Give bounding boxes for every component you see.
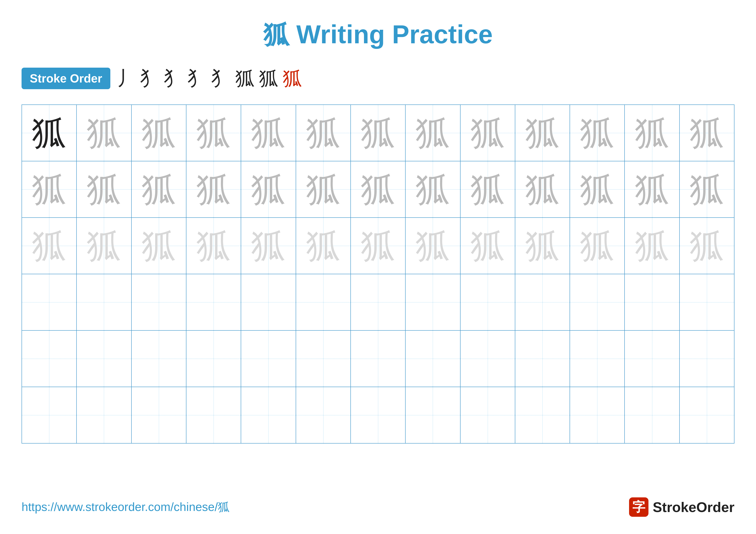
grid-cell-r2-c3: 狐	[132, 161, 186, 217]
grid-cell-r4-c13	[680, 274, 734, 330]
grid-cell-r5-c12	[625, 331, 680, 387]
grid-cell-r6-c9	[461, 387, 515, 443]
grid-cell-r5-c4	[186, 331, 241, 387]
stroke-sequence: 丿 犭 犭 犭 犭 狐 狐 狐	[117, 65, 302, 91]
char-r1-c7: 狐	[361, 116, 395, 150]
stroke-step-2: 犭	[141, 65, 160, 91]
grid-cell-r1-c9: 狐	[461, 105, 515, 161]
grid-cell-r3-c9: 狐	[461, 218, 515, 274]
char-r2-c3: 狐	[142, 172, 176, 207]
stroke-step-4: 犭	[188, 65, 207, 91]
char-r2-c7: 狐	[361, 172, 395, 207]
char-r3-c9: 狐	[471, 229, 505, 263]
grid-cell-r2-c1: 狐	[22, 161, 77, 217]
char-r2-c9: 狐	[471, 172, 505, 207]
grid-cell-r2-c2: 狐	[77, 161, 131, 217]
char-r3-c2: 狐	[87, 229, 121, 263]
page: 狐 Writing Practice Stroke Order 丿 犭 犭 犭 …	[0, 0, 756, 534]
grid-cell-r6-c12	[625, 387, 680, 443]
grid-cell-r2-c12: 狐	[625, 161, 680, 217]
grid-cell-r6-c8	[406, 387, 460, 443]
char-r2-c10: 狐	[525, 172, 560, 207]
char-r2-c6: 狐	[306, 172, 340, 207]
char-r3-c8: 狐	[416, 229, 450, 263]
grid-cell-r1-c13: 狐	[680, 105, 734, 161]
grid-cell-r1-c12: 狐	[625, 105, 680, 161]
grid-cell-r4-c2	[77, 274, 131, 330]
grid-cell-r3-c12: 狐	[625, 218, 680, 274]
stroke-order-badge: Stroke Order	[21, 68, 110, 89]
grid-cell-r3-c6: 狐	[296, 218, 351, 274]
grid-cell-r1-c6: 狐	[296, 105, 351, 161]
grid-cell-r6-c6	[296, 387, 351, 443]
grid-cell-r1-c1: 狐	[22, 105, 77, 161]
char-r3-c3: 狐	[142, 229, 176, 263]
grid-cell-r1-c5: 狐	[241, 105, 296, 161]
logo-icon: 字	[629, 497, 648, 517]
grid-cell-r5-c8	[406, 331, 460, 387]
grid-row-3: 狐 狐 狐 狐 狐 狐 狐 狐 狐	[22, 218, 734, 274]
char-r1-c10: 狐	[525, 116, 560, 150]
grid-cell-r6-c10	[515, 387, 570, 443]
grid-cell-r3-c2: 狐	[77, 218, 131, 274]
grid-cell-r3-c10: 狐	[515, 218, 570, 274]
grid-cell-r6-c2	[77, 387, 131, 443]
grid-row-4	[22, 274, 734, 331]
stroke-step-1: 丿	[117, 65, 136, 91]
grid-cell-r6-c4	[186, 387, 241, 443]
char-r1-c5: 狐	[251, 116, 285, 150]
grid-cell-r2-c7: 狐	[351, 161, 406, 217]
footer: https://www.strokeorder.com/chinese/狐 字 …	[21, 497, 735, 517]
char-r2-c1: 狐	[32, 172, 67, 207]
stroke-step-6: 狐	[235, 65, 255, 91]
stroke-step-5: 犭	[212, 65, 231, 91]
grid-cell-r4-c3	[132, 274, 186, 330]
char-r3-c1: 狐	[32, 229, 67, 263]
footer-logo: 字 StrokeOrder	[629, 497, 735, 517]
grid-cell-r5-c1	[22, 331, 77, 387]
grid-cell-r1-c10: 狐	[515, 105, 570, 161]
grid-cell-r5-c2	[77, 331, 131, 387]
grid-cell-r4-c11	[570, 274, 625, 330]
grid-cell-r6-c1	[22, 387, 77, 443]
char-r2-c11: 狐	[580, 172, 614, 207]
char-r3-c12: 狐	[635, 229, 669, 263]
footer-url[interactable]: https://www.strokeorder.com/chinese/狐	[21, 499, 230, 515]
grid-cell-r1-c2: 狐	[77, 105, 131, 161]
title-text: Writing Practice	[289, 20, 493, 49]
char-r2-c12: 狐	[635, 172, 669, 207]
grid-cell-r2-c9: 狐	[461, 161, 515, 217]
grid-cell-r5-c9	[461, 331, 515, 387]
char-r2-c4: 狐	[196, 172, 231, 207]
grid-cell-r2-c13: 狐	[680, 161, 734, 217]
grid-cell-r6-c11	[570, 387, 625, 443]
grid-cell-r6-c5	[241, 387, 296, 443]
grid-cell-r5-c10	[515, 331, 570, 387]
grid-cell-r2-c5: 狐	[241, 161, 296, 217]
char-r3-c6: 狐	[306, 229, 340, 263]
stroke-order-row: Stroke Order 丿 犭 犭 犭 犭 狐 狐 狐	[21, 65, 735, 91]
grid-row-2: 狐 狐 狐 狐 狐 狐 狐 狐 狐	[22, 161, 734, 218]
char-r2-c8: 狐	[416, 172, 450, 207]
grid-row-6	[22, 387, 734, 443]
grid-cell-r1-c3: 狐	[132, 105, 186, 161]
grid-cell-r3-c8: 狐	[406, 218, 460, 274]
char-r1-c13: 狐	[689, 116, 724, 150]
char-r2-c2: 狐	[87, 172, 121, 207]
grid-cell-r5-c5	[241, 331, 296, 387]
char-r1-c3: 狐	[142, 116, 176, 150]
grid-cell-r6-c7	[351, 387, 406, 443]
grid-cell-r3-c1: 狐	[22, 218, 77, 274]
grid-cell-r1-c7: 狐	[351, 105, 406, 161]
char-r3-c5: 狐	[251, 229, 285, 263]
grid-cell-r4-c10	[515, 274, 570, 330]
grid-cell-r2-c11: 狐	[570, 161, 625, 217]
grid-cell-r4-c9	[461, 274, 515, 330]
grid-cell-r4-c12	[625, 274, 680, 330]
grid-row-1: 狐 狐 狐 狐 狐 狐 狐 狐 狐	[22, 105, 734, 161]
char-r3-c13: 狐	[689, 229, 724, 263]
char-r3-c4: 狐	[196, 229, 231, 263]
grid-cell-r5-c11	[570, 331, 625, 387]
grid-cell-r2-c4: 狐	[186, 161, 241, 217]
title-chinese: 狐	[263, 20, 289, 49]
